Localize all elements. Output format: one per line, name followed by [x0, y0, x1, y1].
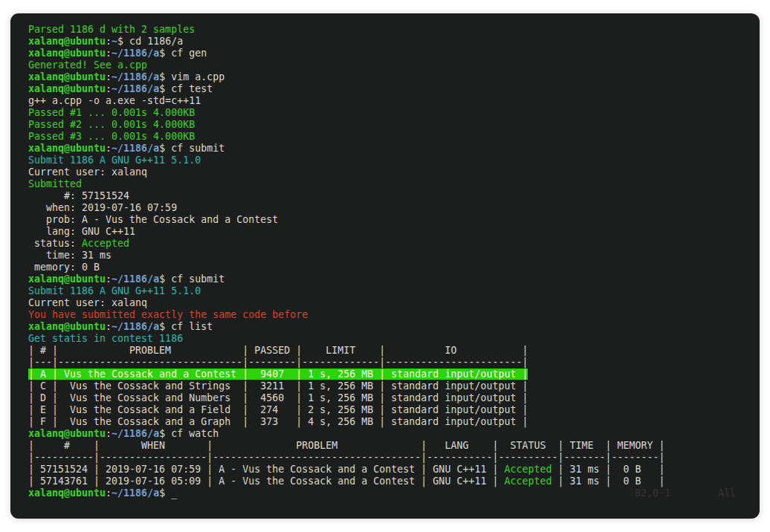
- output-line-passed-1: Passed #1 ... 0.001s 4.000KB: [28, 107, 760, 119]
- prompt-line-cf-test: xalanq@ubuntu:~/1186/a$ cf test: [28, 83, 760, 95]
- output-line-current-user-2: Current user: xalanq: [28, 297, 760, 309]
- list-table-row-a-highlighted: | A | Vus the Cossack and a Contest | 94…: [28, 369, 760, 380]
- submission-field-lang: lang: GNU C++11: [28, 226, 760, 238]
- submission-field-status: status: Accepted: [28, 238, 760, 250]
- output-line-submit-info: Submit 1186 A GNU G++11 5.1.0: [28, 155, 760, 166]
- terminal-cursor: _: [171, 487, 177, 499]
- output-line-get-statis: Get statis in contest 1186: [28, 333, 760, 345]
- prompt-line-cf-gen: xalanq@ubuntu:~/1186/a$ cf gen: [28, 48, 760, 59]
- output-line-compile: g++ a.cpp -o a.exe -std=c++11: [28, 95, 760, 107]
- output-line-current-user: Current user: xalanq: [28, 166, 760, 178]
- watch-table-separator: |----------|------------------|---------…: [28, 452, 760, 464]
- submission-field-memory: memory: 0 B: [28, 262, 760, 273]
- submission-field-prob: prob: A - Vus the Cossack and a Contest: [28, 214, 760, 226]
- submission-field-time: time: 31 ms: [28, 250, 760, 262]
- ghost-vim-ruler: 82,0-1: [635, 487, 670, 499]
- submission-field-id: #: 57151524: [28, 190, 760, 202]
- list-table-row-d: | D | Vus the Cossack and Numbers | 4560…: [28, 392, 760, 404]
- prompt-line-cd: xalanq@ubuntu:~$ cd 1186/a: [28, 36, 760, 48]
- list-table-separator: |---|-------------------------------|---…: [28, 357, 760, 369]
- prompt-line-cf-submit: xalanq@ubuntu:~/1186/a$ cf submit: [28, 143, 760, 155]
- output-line-passed-2: Passed #2 ... 0.001s 4.000KB: [28, 119, 760, 131]
- prompt-line-vim: xalanq@ubuntu:~/1186/a$ vim a.cpp: [28, 71, 760, 83]
- ghost-vim-scroll-position: All: [718, 487, 736, 499]
- prompt-line-cf-list: xalanq@ubuntu:~/1186/a$ cf list: [28, 321, 760, 333]
- list-table-row-e: | E | Vus the Cossack and a Field | 274 …: [28, 404, 760, 416]
- output-line-generated: Generated! See a.cpp: [28, 59, 760, 71]
- output-line-submitted: Submitted: [28, 178, 760, 190]
- submission-field-when: when: 2019-07-16 07:59: [28, 202, 760, 214]
- terminal-window: Parsed 1186 d with 2 samplesxalanq@ubunt…: [10, 13, 760, 519]
- output-line-submit-info-2: Submit 1186 A GNU G++11 5.1.0: [28, 285, 760, 297]
- output-line-parsed: Parsed 1186 d with 2 samples: [28, 24, 760, 36]
- watch-table-row-1: | 57151524 | 2019-07-16 07:59 | A - Vus …: [28, 464, 760, 476]
- list-table-row-f: | F | Vus the Cossack and a Graph | 373 …: [28, 416, 760, 428]
- watch-table-row-2: | 57143761 | 2019-07-16 05:09 | A - Vus …: [28, 476, 760, 487]
- watch-table-header: | # | WHEN | PROBLEM | LANG | STATUS | T…: [28, 440, 760, 452]
- terminal-output[interactable]: Parsed 1186 d with 2 samplesxalanq@ubunt…: [28, 24, 760, 499]
- output-line-passed-3: Passed #3 ... 0.001s 4.000KB: [28, 131, 760, 143]
- prompt-line-cf-submit-2: xalanq@ubuntu:~/1186/a$ cf submit: [28, 273, 760, 285]
- list-table-header: | # | PROBLEM | PASSED | LIMIT | IO |: [28, 345, 760, 357]
- list-table-row-c: | C | Vus the Cossack and Strings | 3211…: [28, 380, 760, 392]
- output-line-duplicate-warning: You have submitted exactly the same code…: [28, 309, 760, 321]
- prompt-line-cf-watch: xalanq@ubuntu:~/1186/a$ cf watch: [28, 428, 760, 440]
